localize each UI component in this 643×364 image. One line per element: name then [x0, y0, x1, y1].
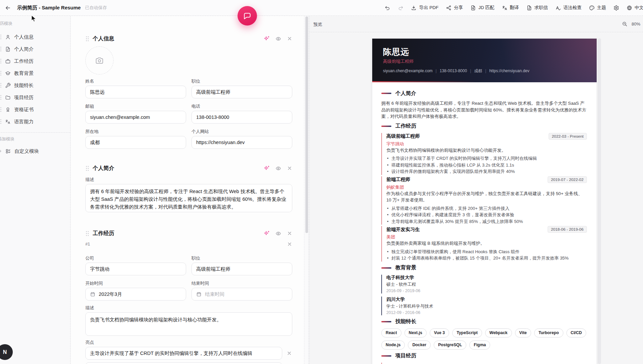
sidebar-item-custom-module[interactable]: 自定义模块 — [0, 145, 70, 157]
remove-section-button[interactable] — [287, 231, 292, 236]
visibility-toggle-button[interactable] — [275, 36, 281, 42]
ai-chat-fab[interactable] — [238, 6, 257, 26]
company-input[interactable] — [85, 263, 186, 275]
sidebar-item-projects[interactable]: 项目经历 — [0, 91, 70, 103]
field-name: 姓名 — [85, 79, 186, 98]
sidebar-divider — [0, 132, 70, 133]
website-input[interactable] — [191, 136, 292, 149]
drag-handle-icon[interactable] — [0, 71, 2, 76]
jd-match-button[interactable]: JD 匹配 — [467, 2, 498, 13]
settings-button[interactable] — [610, 3, 623, 13]
section-header-summary: 个人简介 — [85, 165, 292, 172]
share-label: 分享 — [454, 5, 463, 11]
sidebar-item-label: 个人信息 — [14, 34, 34, 40]
ai-polish-button[interactable] — [264, 36, 270, 42]
sidebar-item-label: 教育背景 — [14, 70, 34, 77]
close-icon — [287, 231, 292, 236]
language-button[interactable]: 中文 — [623, 2, 643, 13]
end-date-picker[interactable]: 结束时间 — [191, 288, 292, 301]
drag-handle-icon[interactable] — [0, 107, 2, 112]
location-input[interactable] — [85, 136, 186, 149]
drag-handle-icon[interactable] — [0, 95, 2, 100]
entry-index: #1 — [85, 242, 90, 246]
avatar-upload[interactable] — [85, 46, 114, 75]
remove-entry-button[interactable] — [287, 241, 292, 247]
export-pdf-button[interactable]: 导出 PDF — [408, 2, 442, 13]
drag-handle-icon[interactable] — [0, 46, 2, 52]
drag-handle-icon[interactable] — [0, 58, 2, 64]
education-period: 2016-09 - 2019-06 — [386, 288, 587, 293]
topbar-left: 示例简历 - Sample Resume 已自动保存 — [3, 0, 107, 15]
sidebar-item-summary[interactable]: 个人简介 — [0, 43, 70, 55]
work-bullet: 主导设计并实现了基于 CRDT 的实时协同编辑引擎，支持万人同时在线编辑 — [386, 155, 587, 162]
theme-button[interactable]: 主题 — [586, 2, 609, 13]
resume-section-skills: 技能特长 React Next.js Vue 3 TypeScript Webp… — [381, 319, 587, 350]
grammar-check-button[interactable]: 语法检查 — [552, 2, 585, 13]
sidebar-item-label: 语言能力 — [14, 119, 34, 125]
sidebar-item-personal-info[interactable]: 个人信息 — [0, 31, 70, 43]
field-label: 描述 — [85, 177, 304, 182]
email-input[interactable] — [85, 111, 186, 124]
cover-letter-button[interactable]: 求职信 — [523, 2, 552, 13]
drag-handle-icon[interactable] — [85, 231, 89, 236]
field-label: 邮箱 — [85, 104, 186, 109]
drag-handle-icon[interactable] — [0, 34, 2, 40]
visibility-toggle-button[interactable] — [275, 166, 281, 171]
position-input[interactable] — [191, 86, 292, 98]
translate-button[interactable]: 翻译 — [499, 2, 522, 13]
autosave-status: 已自动保存 — [85, 5, 107, 11]
resume-job-title: 高级前端工程师 — [383, 59, 586, 64]
sidebar-item-work[interactable]: 工作经历 — [0, 55, 70, 67]
highlight-input[interactable] — [85, 362, 282, 364]
jd-match-label: JD 匹配 — [478, 5, 494, 11]
resume-section-projects: 项目经历 — [381, 353, 587, 364]
drag-handle-icon[interactable] — [0, 83, 2, 88]
editor-panel: 个人信息 姓名 职位 邮箱 — [71, 16, 304, 364]
remove-section-button[interactable] — [287, 166, 292, 171]
skill-pill: Vite — [515, 328, 531, 337]
resume-section-title: 教育背景 — [395, 264, 416, 271]
remove-section-button[interactable] — [287, 36, 292, 41]
drag-handle-icon[interactable] — [85, 166, 89, 171]
drag-handle-icon[interactable] — [85, 36, 89, 42]
work-desc-textarea[interactable]: 负责飞书文档协同编辑模块的前端架构设计与核心功能开发。 — [85, 312, 292, 336]
preview-scrollbar[interactable] — [598, 38, 601, 364]
work-company: 字节跳动 — [386, 141, 587, 147]
field-website: 个人网站 — [191, 129, 292, 149]
briefcase-icon — [5, 58, 11, 64]
education-degree: 硕士 - 软件工程 — [386, 281, 587, 287]
grammar-check-label: 语法检查 — [563, 5, 582, 11]
name-input[interactable] — [85, 86, 186, 98]
start-date-picker[interactable]: 2022年3月 — [85, 288, 186, 301]
ai-polish-button[interactable] — [264, 165, 270, 171]
editor-scrollbar-thumb[interactable] — [305, 16, 308, 233]
sidebar-item-certificates[interactable]: 资格证书 — [0, 103, 70, 116]
zoom-out-icon[interactable] — [622, 21, 628, 27]
sparkle-icon — [264, 36, 270, 42]
highlight-input[interactable] — [85, 347, 282, 360]
summary-textarea[interactable]: 拥有 6 年前端开发经验的高级工程师，专注于 React 生态和现代 Web 技… — [85, 184, 292, 212]
visibility-toggle-button[interactable] — [275, 231, 281, 236]
undo-button[interactable] — [381, 3, 394, 13]
export-pdf-label: 导出 PDF — [419, 5, 438, 11]
work-position-input[interactable] — [191, 263, 292, 275]
skill-pill: Webpack — [485, 328, 512, 337]
contact-separator: | — [433, 69, 440, 73]
field-label: 结束时间 — [191, 281, 292, 286]
section-actions — [264, 36, 292, 42]
sidebar-item-languages[interactable]: 语言能力 — [0, 116, 70, 128]
gear-icon — [613, 5, 619, 11]
remove-highlight-button[interactable] — [287, 351, 292, 356]
ai-polish-button[interactable] — [264, 230, 270, 236]
share-button[interactable]: 分享 — [442, 2, 466, 13]
field-email: 邮箱 — [85, 104, 186, 124]
contact-website: https://chensiyuan.dev — [489, 69, 529, 73]
redo-button[interactable] — [394, 3, 407, 13]
education-entry: 电子科技大学 硕士 - 软件工程 2016-09 - 2019-06 — [381, 275, 587, 293]
phone-input[interactable] — [191, 111, 292, 124]
back-button[interactable] — [3, 3, 13, 13]
field-position: 职位 — [191, 79, 292, 98]
sidebar-item-skills[interactable]: 技能特长 — [0, 79, 70, 91]
sidebar-item-education[interactable]: 教育背景 — [0, 67, 70, 79]
drag-handle-icon[interactable] — [0, 119, 2, 124]
